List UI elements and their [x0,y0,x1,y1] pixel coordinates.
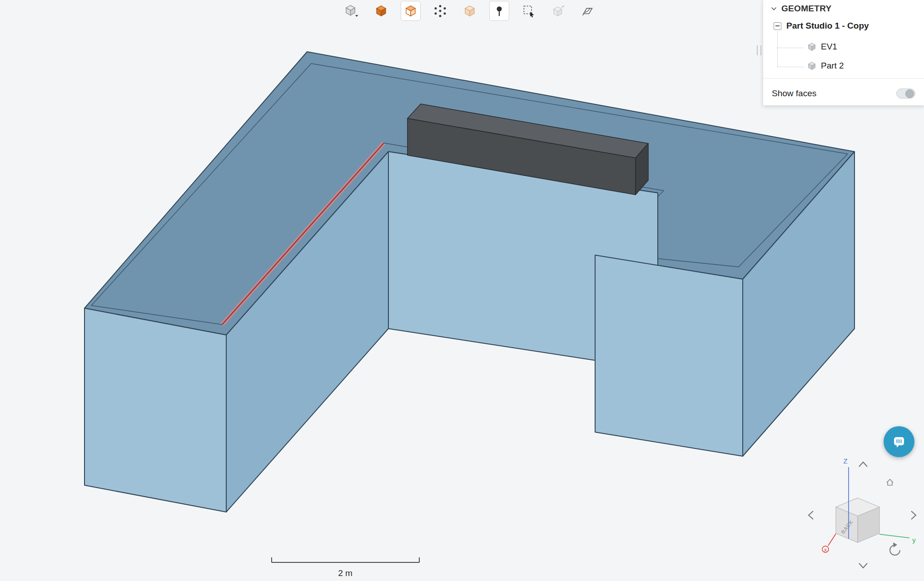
orange-outline-cube-icon [404,4,417,18]
show-faces-label: Show faces [772,89,816,98]
tree-item-part2[interactable]: Part 2 [807,61,844,71]
probe-pin-icon [492,4,506,18]
box-select-button[interactable] [519,1,539,21]
part-cube-icon [807,61,817,71]
outline-cube-button[interactable] [401,1,421,21]
tree-connector-part2 [777,67,804,67]
view-toolbar [342,1,598,21]
chevron-down-icon [770,5,777,12]
vertices-icon [433,4,447,18]
x-axis-label: x [824,547,827,552]
section-plane-icon [581,4,595,18]
solid-cube-button[interactable] [371,1,391,21]
tree-root-part-studio[interactable]: Part Studio 1 - Copy [774,21,869,31]
geometry-panel: GEOMETRY Part Studio 1 - Copy EV1 Part 2 [763,0,924,105]
view-navigation-gizmo: BACK Z y x [786,452,924,581]
show-faces-toggle[interactable] [896,89,915,98]
panel-section-title: GEOMETRY [781,4,831,14]
ev1-front-left-face[interactable] [84,308,226,512]
probe-point-button[interactable] [489,1,509,21]
collapse-minus-icon[interactable] [774,22,781,30]
orange-cube-icon [374,4,388,18]
marquee-select-icon [522,4,536,18]
rotate-up-chevron[interactable] [859,462,867,467]
panel-resize-grip[interactable] [757,45,761,55]
tree-connector-ev1 [777,48,804,48]
tree-connector-vertical [777,31,778,67]
transform-cube-icon [551,4,565,18]
tree-item-label: Part 2 [821,61,844,71]
home-view-icon[interactable] [887,479,893,485]
section-view-button[interactable] [578,1,598,21]
rotate-right-chevron[interactable] [911,511,916,519]
ev1-front-right-face[interactable] [595,255,743,456]
z-axis-label: Z [843,457,847,465]
roll-view-icon[interactable] [890,542,900,555]
panel-divider [763,78,924,79]
geometry-section-header[interactable]: GEOMETRY [770,4,831,14]
scale-bar [268,555,422,566]
faded-cube-button[interactable] [460,1,480,21]
visibility-cube-menu-button[interactable] [342,1,362,21]
scale-bar-label: 2 m [268,568,422,578]
tan-cube-icon [463,4,477,18]
chat-launcher-button[interactable] [884,426,914,457]
part-cube-icon [807,42,817,52]
rotate-left-chevron[interactable] [809,511,813,519]
rotate-down-chevron[interactable] [859,563,867,568]
messenger-icon [891,433,907,450]
tree-item-ev1[interactable]: EV1 [807,42,837,52]
view-cube[interactable]: BACK [836,498,879,542]
cube-menu-icon [344,4,359,18]
y-axis-line [879,534,909,538]
app-window: GEOMETRY Part Studio 1 - Copy EV1 Part 2 [0,0,924,581]
x-axis-line [828,534,836,546]
show-vertices-button[interactable] [430,1,450,21]
toggle-knob [905,89,914,98]
transform-cube-button[interactable] [548,1,568,21]
tree-root-label: Part Studio 1 - Copy [786,21,869,31]
y-axis-label: y [912,536,916,544]
tree-item-label: EV1 [821,42,837,52]
show-faces-row: Show faces [772,84,915,103]
